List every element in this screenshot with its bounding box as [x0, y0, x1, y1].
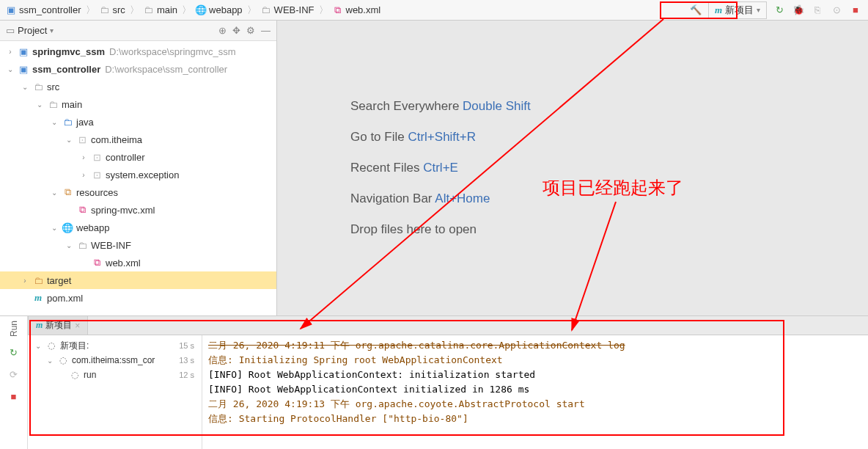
- hide-icon[interactable]: —: [261, 25, 271, 36]
- tree-row[interactable]: ⌄🗀main: [0, 95, 276, 113]
- tree-row[interactable]: ⌄⧉resources: [0, 183, 276, 201]
- module-icon: ▣: [6, 5, 16, 15]
- chevron-down-icon: ▾: [50, 26, 54, 34]
- tree-label: com.itheima: [91, 134, 142, 145]
- breadcrumb-item[interactable]: 🗀main: [141, 4, 180, 15]
- console-line: 信息: Initializing Spring root WebApplicat…: [208, 353, 862, 368]
- stop-icon[interactable]: ■: [7, 390, 21, 403]
- tree-label: web.xml: [106, 258, 141, 269]
- expand-arrow[interactable]: ⌄: [35, 101, 44, 109]
- expand-arrow[interactable]: ⌄: [50, 118, 59, 126]
- pkg-icon: ⊡: [76, 134, 88, 145]
- run-config-selector[interactable]: m 新项目 ▾: [708, 1, 767, 19]
- top-toolbar: ▣ssm_controller〉🗀src〉🗀main〉🌐webapp〉🗀WEB-…: [0, 0, 868, 21]
- tree-row[interactable]: ⧉web.xml: [0, 254, 276, 271]
- tree-row[interactable]: mpom.xml: [0, 289, 276, 307]
- xml-icon: ⧉: [333, 5, 343, 15]
- tree-row[interactable]: ›⊡system.exception: [0, 166, 276, 183]
- tree-row[interactable]: ⧉spring-mvc.xml: [0, 201, 276, 219]
- tree-label: src: [47, 81, 59, 92]
- run-gutter: Run ↻ ⟳ ■: [0, 316, 28, 449]
- tree-row[interactable]: ›⊡controller: [0, 148, 276, 166]
- tree-row[interactable]: ⌄🗀WEB-INF: [0, 236, 276, 254]
- res-icon: ⧉: [62, 186, 73, 198]
- debug-icon[interactable]: 🐞: [792, 4, 805, 17]
- run-tree[interactable]: ⌄◌新项目:15 s⌄◌com.itheima:ssm_cor13 s◌run1…: [28, 335, 202, 449]
- breadcrumb: ▣ssm_controller〉🗀src〉🗀main〉🌐webapp〉🗀WEB-…: [0, 4, 689, 17]
- hint-text: Go to File: [350, 130, 408, 144]
- coverage-icon[interactable]: ⎘: [811, 4, 824, 17]
- tree-label: springmvc_ssm: [32, 46, 105, 57]
- tree-label: controller: [106, 152, 144, 163]
- project-icon: ▭: [6, 25, 15, 36]
- expand-arrow[interactable]: ›: [79, 153, 88, 161]
- project-tree[interactable]: ›▣springmvc_ssmD:\workspace\springmvc_ss…: [0, 41, 276, 315]
- rerun-icon[interactable]: ↻: [7, 346, 21, 359]
- expand-arrow[interactable]: ⌄: [6, 65, 15, 73]
- breadcrumb-item[interactable]: ⧉web.xml: [330, 4, 384, 15]
- folder-gray-icon: 🗀: [32, 81, 44, 92]
- tree-label: pom.xml: [47, 293, 83, 304]
- tree-label: target: [47, 275, 71, 286]
- hint-shortcut: Ctrl+E: [423, 161, 458, 175]
- project-sidebar: ▭ Project ▾ ⊕ ✥ ⚙ — ›▣springmvc_ssmD:\wo…: [0, 21, 277, 315]
- tree-row[interactable]: ⌄⊡com.itheima: [0, 131, 276, 148]
- module-icon: ▣: [18, 45, 29, 57]
- breadcrumb-item[interactable]: 🗀src: [97, 4, 128, 15]
- pkg-icon: ⊡: [91, 169, 103, 180]
- expand-arrow[interactable]: ›: [21, 277, 29, 285]
- breadcrumb-label: webapp: [209, 4, 243, 15]
- expand-arrow[interactable]: ›: [79, 171, 88, 179]
- spinner-icon: ◌: [69, 369, 81, 381]
- collapse-icon[interactable]: ⊕: [218, 25, 227, 36]
- close-icon[interactable]: ×: [75, 321, 80, 331]
- breadcrumb-item[interactable]: 🌐webapp: [193, 4, 246, 15]
- expand-arrow[interactable]: ›: [6, 48, 15, 56]
- folder-icon: 🗀: [261, 5, 271, 15]
- run-console[interactable]: 二月 26, 2020 4:19:11 下午 org.apache.catali…: [202, 335, 868, 449]
- breadcrumb-item[interactable]: 🗀WEB-INF: [258, 4, 317, 15]
- breadcrumb-item[interactable]: ▣ssm_controller: [3, 4, 84, 15]
- pom-icon: m: [32, 292, 44, 304]
- run-tab-label: 新项目: [45, 319, 72, 332]
- expand-arrow[interactable]: ⌄: [34, 342, 43, 350]
- expand-arrow[interactable]: ⌄: [21, 83, 29, 91]
- expand-arrow[interactable]: ⌄: [65, 136, 73, 144]
- gear-icon[interactable]: ⚙: [246, 25, 255, 36]
- tree-row[interactable]: ⌄🌐webapp: [0, 219, 276, 236]
- folder-orange-icon: 🗀: [32, 274, 44, 286]
- xml-icon: ⧉: [76, 204, 88, 216]
- tree-row[interactable]: ›▣springmvc_ssmD:\workspace\springmvc_ss…: [0, 43, 276, 60]
- hint-shortcut: Alt+Home: [435, 191, 490, 205]
- folder-blue-icon: 🗀: [62, 116, 73, 128]
- hint-text: Drop files here to open: [350, 222, 477, 236]
- sidebar-title[interactable]: ▭ Project ▾: [6, 25, 218, 36]
- expand-arrow[interactable]: ⌄: [50, 224, 59, 232]
- tree-row[interactable]: ⌄🗀src: [0, 78, 276, 95]
- run-gutter-label[interactable]: Run: [9, 321, 19, 337]
- console-line: 二月 26, 2020 4:19:11 下午 org.apache.catali…: [208, 338, 862, 353]
- hint-text: Search Everywhere: [350, 99, 463, 113]
- tree-row[interactable]: ›🗀target: [0, 271, 276, 289]
- main-area: ▭ Project ▾ ⊕ ✥ ⚙ — ›▣springmvc_ssmD:\wo…: [0, 21, 868, 315]
- spinner-icon: ◌: [45, 340, 57, 351]
- run-tab[interactable]: m 新项目 ×: [28, 315, 88, 335]
- run-time: 15 s: [179, 341, 199, 350]
- breadcrumb-label: ssm_controller: [19, 4, 81, 15]
- run-panel: Run ↻ ⟳ ■ m 新项目 × ⌄◌新项目:15 s⌄◌com.itheim…: [0, 315, 868, 449]
- run-tree-row[interactable]: ⌄◌com.itheima:ssm_cor13 s: [31, 353, 199, 368]
- profile-icon[interactable]: ⊙: [830, 4, 843, 17]
- build-icon[interactable]: 🔨: [689, 4, 702, 17]
- select-target-icon[interactable]: ✥: [232, 25, 240, 36]
- tree-label: main: [62, 99, 82, 110]
- expand-arrow[interactable]: ⌄: [50, 189, 59, 197]
- tree-row[interactable]: ⌄🗀java: [0, 113, 276, 131]
- run-tree-row[interactable]: ◌run12 s: [31, 368, 199, 382]
- expand-arrow[interactable]: ⌄: [65, 241, 73, 249]
- tree-row[interactable]: ⌄▣ssm_controllerD:\workspace\ssm_control…: [0, 60, 276, 78]
- expand-arrow[interactable]: ⌄: [45, 357, 54, 365]
- attach-icon[interactable]: ⟳: [7, 368, 21, 381]
- run-tree-row[interactable]: ⌄◌新项目:15 s: [31, 338, 199, 353]
- stop-icon[interactable]: ■: [849, 4, 862, 17]
- rerun-icon[interactable]: ↻: [773, 4, 786, 17]
